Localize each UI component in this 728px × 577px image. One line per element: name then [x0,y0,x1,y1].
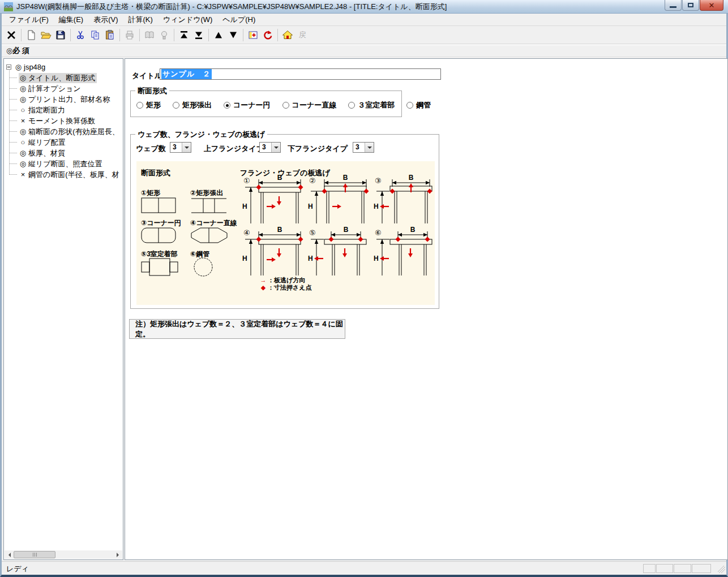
hint-button-disabled[interactable] [157,28,172,42]
radio-icon [173,102,179,109]
toolbar-separator [174,29,174,41]
svg-text:H: H [308,203,313,210]
back-button-disabled[interactable]: 戻 [295,28,310,42]
svg-text:H: H [308,255,313,262]
close-button[interactable]: ✕ [700,0,723,11]
web-count-select[interactable]: 3 [170,142,191,153]
save-button[interactable] [53,28,68,42]
minimize-icon [670,6,676,8]
shape-rect-overhang [191,197,230,214]
form-panel: タイトル サンプル ２ 断面形式 矩形 矩形張出 コーナー円 [125,58,728,560]
tree-item-box-shape[interactable]: ◎箱断面の形状(有効座屈長、 [9,126,123,137]
tree-root[interactable]: ◎ jsp48g [6,61,123,72]
refresh-icon [262,29,273,41]
tree-item-section-force[interactable]: ○指定断面力 [9,105,123,115]
help-book-button-disabled[interactable] [142,28,157,42]
book-icon [144,29,155,41]
menu-calc[interactable]: 計算(K) [123,14,158,26]
web-count-group: ウェブ数、フランジ・ウェブの板逃げ ウェブ数 3 上フランジタイプ 3 下フラン… [130,134,439,309]
tree-item-plate-material[interactable]: ◎板厚、材質 [9,148,123,158]
tree-item-rib-section[interactable]: ◎縦リブ断面、照査位置 [9,158,123,169]
bottom-flange-select[interactable]: 3 [353,142,374,153]
section-type-group-title: 断面形式 [135,86,169,96]
recalc-button[interactable] [260,28,275,42]
tree-item-calc-options[interactable]: ◎計算オプション [9,83,123,94]
title-bar: JSP48W(鋼製橋脚一般部及び主塔・横梁の断面計算) - C:¥JSPW¥SA… [0,0,728,14]
reference-point-icon: ◆ [259,284,268,291]
collapse-icon[interactable] [6,64,11,70]
chevron-down-icon[interactable] [365,143,374,152]
new-window-button[interactable] [246,28,260,42]
shape-3cell-anchor [141,258,181,276]
radio-icon [282,102,289,109]
next-page-button[interactable] [226,28,241,42]
copy-button[interactable] [88,28,102,42]
svg-text:②: ② [309,176,316,185]
status-text: レディ [6,564,29,574]
radio-corner-circle[interactable]: コーナー円 [224,100,271,110]
radio-rectangle-overhang[interactable]: 矩形張出 [173,100,212,110]
bottom-flange-label: 下フランジタイプ [288,144,348,154]
goto-last-button[interactable] [191,28,206,42]
tree-item-moment-factor[interactable]: ×モーメント換算係数 [9,115,123,126]
title-input[interactable]: サンプル ２ [160,68,441,80]
window-plus-icon [247,29,259,41]
tree-item-pipe-section[interactable]: ×鋼管の断面(半径、板厚、材 [9,169,123,180]
menu-bar: ファイル(F) 編集(E) 表示(V) 計算(K) ウィンドウ(W) ヘルプ(H… [2,14,726,26]
radio-steel-pipe[interactable]: 鋼管 [406,100,431,110]
escape-arrow-icon: → [259,277,268,284]
save-icon [55,29,66,41]
down-triangle-icon [228,29,239,41]
svg-text:B: B [409,174,414,182]
new-file-button[interactable] [24,28,38,42]
resize-grip[interactable] [718,566,725,573]
web-count-label: ウェブ数 [136,144,166,154]
menu-help[interactable]: ヘルプ(H) [217,14,260,26]
flange-diagram-2: ②BH [307,174,370,225]
home-button[interactable] [280,28,295,42]
restore-button[interactable] [682,0,699,11]
menu-file[interactable]: ファイル(F) [4,14,54,26]
paste-button[interactable] [102,28,117,42]
back-label: 戻 [297,30,308,40]
scroll-left-icon[interactable] [5,550,13,559]
radio-corner-straight[interactable]: コーナー直線 [282,100,337,110]
scroll-right-icon[interactable] [114,550,122,559]
print-button-disabled[interactable] [122,28,137,42]
flange-diagram-1: ①BH [242,174,304,225]
required-legend-bar: ◎必 須 [2,45,726,57]
flange-diagram-5: ⑤BH [307,226,370,277]
svg-text:③: ③ [375,176,382,185]
svg-text:⑤: ⑤ [309,229,316,237]
cut-icon [75,29,86,41]
top-flange-label: 上フランジタイプ [204,144,264,154]
chevron-down-icon[interactable] [271,143,280,152]
radio-rectangle[interactable]: 矩形 [136,100,161,110]
open-folder-icon [40,29,52,41]
toolbar-separator [243,29,243,41]
tree-item-print-output[interactable]: ◎プリント出力、部材名称 [9,94,123,105]
status-cell [692,564,711,573]
tree-item-title-section[interactable]: ◎タイトル、断面形式 [9,72,123,83]
open-file-button[interactable] [38,28,53,42]
top-flange-select[interactable]: 3 [259,142,281,153]
toolbar-separator [277,29,278,41]
radio-3cell-anchor[interactable]: ３室定着部 [348,100,395,110]
minimize-button[interactable] [665,0,682,11]
goto-first-button[interactable] [177,28,191,42]
close-icon: ✕ [709,2,715,9]
cut-button[interactable] [73,28,88,42]
close-doc-button[interactable] [4,28,19,42]
chevron-down-icon[interactable] [182,143,191,152]
scrollbar-thumb[interactable] [14,551,55,558]
tree-horizontal-scrollbar[interactable] [5,550,122,559]
toolbar-separator [208,29,209,41]
menu-window[interactable]: ウィンドウ(W) [158,14,217,26]
tree-item-rib-layout[interactable]: ○縦リブ配置 [9,137,123,148]
svg-text:①: ① [243,176,250,185]
prev-page-button[interactable] [211,28,226,42]
home-icon [282,29,293,41]
menu-edit[interactable]: 編集(E) [54,14,88,26]
svg-text:④: ④ [243,229,250,237]
menu-view[interactable]: 表示(V) [88,14,123,26]
